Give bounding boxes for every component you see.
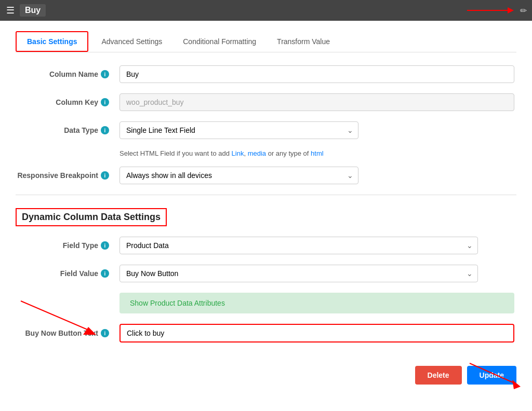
hint-media: media [248,149,266,157]
buy-now-label: Buy Now Button Text i [16,329,119,337]
hint-text: Select HTML Field if you want to add Lin… [119,149,516,157]
show-product-data-attributes-banner[interactable]: Show Product Data Attributes [119,293,514,313]
data-type-info-icon[interactable]: i [101,126,109,134]
column-name-row: Column Name i [16,65,516,83]
field-value-label: Field Value i [16,269,119,278]
topbar-title: Buy [20,4,46,17]
tabs-bar: Basic Settings Advanced Settings Conditi… [16,31,516,52]
field-value-select[interactable]: Buy Now Button Add to Cart Button Produc… [119,265,478,282]
column-key-input [119,93,514,111]
buy-now-info-icon[interactable]: i [101,329,109,337]
field-value-select-wrapper: Buy Now Button Add to Cart Button Produc… [119,265,478,282]
svg-marker-1 [508,7,514,13]
field-value-info-icon[interactable]: i [101,269,109,278]
delete-button[interactable]: Delete [415,366,462,385]
responsive-select[interactable]: Always show in all devices Show on deskt… [119,167,358,184]
data-type-label: Data Type i [16,126,119,134]
data-type-row: Data Type i Single Line Text Field Multi… [16,121,516,139]
hint-link: Link [232,149,244,157]
field-value-row: Field Value i Buy Now Button Add to Cart… [16,265,516,282]
show-attributes-label: Show Product Data Attributes [130,299,225,307]
section-divider [16,195,516,195]
tab-advanced-settings[interactable]: Advanced Settings [91,32,172,51]
field-type-select[interactable]: Product Data Custom Field Taxonomy [119,237,478,254]
buy-now-button-text-row: Buy Now Button Text i [16,324,516,342]
responsive-breakpoint-label: Responsive Breakpoint i [16,171,119,180]
responsive-breakpoint-row: Responsive Breakpoint i Always show in a… [16,167,516,184]
responsive-info-icon[interactable]: i [101,171,109,180]
column-name-input[interactable] [119,65,514,83]
field-type-info-icon[interactable]: i [101,241,109,250]
field-type-select-wrapper: Product Data Custom Field Taxonomy ⌄ [119,237,478,254]
data-type-select-wrapper: Single Line Text Field Multi Line Text F… [119,121,358,139]
main-content: Basic Settings Advanced Settings Conditi… [0,21,532,411]
column-key-row: Column Key i [16,93,516,111]
column-name-info-icon[interactable]: i [101,70,109,78]
bottom-bar: Delete Update [16,358,516,385]
field-type-label: Field Type i [16,241,119,250]
hint-html: html [311,149,324,157]
column-key-label: Column Key i [16,98,119,106]
column-key-info-icon[interactable]: i [101,98,109,106]
tab-basic-settings[interactable]: Basic Settings [16,31,88,52]
data-type-select[interactable]: Single Line Text Field Multi Line Text F… [119,121,358,139]
update-button[interactable]: Update [467,366,516,385]
column-name-label: Column Name i [16,70,119,78]
hamburger-icon[interactable]: ☰ [6,5,15,16]
pencil-icon[interactable]: ✏ [520,6,527,16]
buy-now-button-text-input[interactable] [119,324,514,342]
field-type-row: Field Type i Product Data Custom Field T… [16,237,516,254]
topbar: ☰ Buy ✏ [0,0,532,21]
tab-conditional-formatting[interactable]: Conditional Formatting [172,32,267,51]
tab-transform-value[interactable]: Transform Value [267,32,340,51]
section-title: Dynamic Column Data Settings [16,208,167,226]
topbar-arrow [467,4,514,17]
responsive-select-wrapper: Always show in all devices Show on deskt… [119,167,358,184]
